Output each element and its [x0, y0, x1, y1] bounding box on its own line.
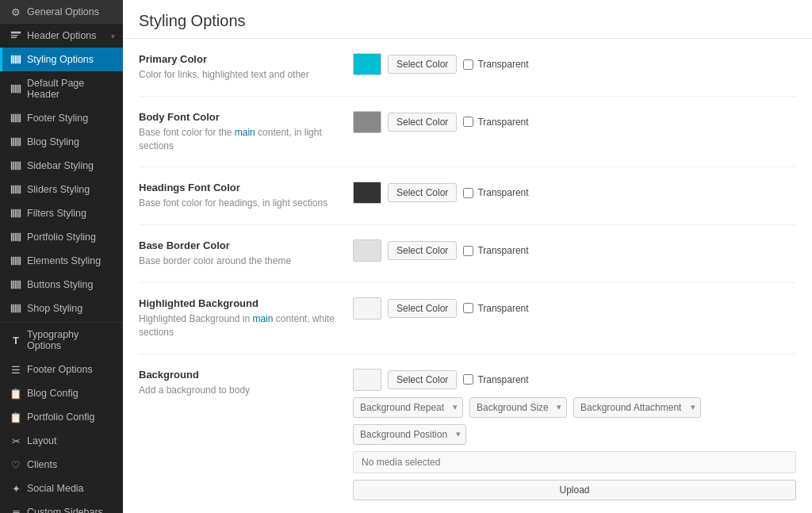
svg-rect-43: [11, 257, 13, 266]
sidebar-item-filters-styling[interactable]: Filters Styling: [0, 201, 123, 225]
svg-rect-56: [17, 304, 19, 313]
background-repeat-wrapper: Background Repeat no-repeat repeat repea…: [353, 397, 463, 418]
sidebar-item-sliders-styling[interactable]: Sliders Styling: [0, 178, 123, 201]
upload-button[interactable]: Upload: [353, 480, 796, 500]
main-content: Styling Options Primary Color Color for …: [123, 0, 812, 513]
page-title: Styling Options: [139, 12, 796, 30]
sidebar-item-blog-styling[interactable]: Blog Styling: [0, 130, 123, 154]
sidebar-item-label: Portfolio Config: [27, 412, 115, 423]
highlighted-background-row-control: Select Color Transparent: [353, 297, 796, 320]
base-border-color-select-button[interactable]: Select Color: [388, 241, 457, 260]
sidebar-item-label: Blog Styling: [27, 136, 115, 147]
svg-rect-39: [13, 233, 15, 242]
svg-rect-47: [19, 257, 21, 266]
background-position-row: Background Position center center top le…: [353, 424, 796, 445]
background-repeat-select[interactable]: Background Repeat no-repeat repeat repea…: [353, 397, 463, 418]
sidebar-item-custom-sidebars[interactable]: ≣ Custom Sidebars: [0, 500, 123, 513]
svg-rect-42: [19, 233, 21, 242]
base-border-color-transparent-checkbox[interactable]: [463, 246, 473, 256]
background-size-select[interactable]: Background Size auto cover contain: [469, 397, 567, 418]
headings-font-color-swatch[interactable]: [353, 182, 381, 204]
sidebar-item-footer-styling[interactable]: Footer Styling: [0, 106, 123, 130]
sidebar-item-blog-config[interactable]: 📋 Blog Config: [0, 381, 123, 405]
svg-rect-8: [11, 85, 13, 94]
background-color-row: Select Color Transparent: [353, 369, 796, 391]
sidebar-item-portfolio-config[interactable]: 📋 Portfolio Config: [0, 405, 123, 429]
svg-rect-27: [19, 162, 21, 170]
highlighted-background-transparent: Transparent: [463, 303, 528, 314]
background-title: Background: [139, 369, 337, 381]
body-font-color-select-button[interactable]: Select Color: [388, 113, 457, 132]
background-attachment-select[interactable]: Background Attachment scroll fixed local: [573, 397, 701, 418]
svg-rect-26: [17, 162, 19, 170]
background-select-button[interactable]: Select Color: [388, 370, 457, 389]
sidebar-item-label: Custom Sidebars: [27, 507, 115, 513]
sidebar-item-footer-options[interactable]: ☰ Footer Options: [0, 358, 123, 381]
options-icon: ☰: [10, 364, 21, 375]
highlighted-background-select-button[interactable]: Select Color: [388, 299, 457, 318]
social-icon: ✦: [10, 483, 21, 494]
svg-rect-35: [15, 209, 17, 218]
sidebar-item-layout[interactable]: ✂ Layout: [0, 429, 123, 453]
sidebar-item-label: Shop Styling: [27, 303, 115, 314]
sidebar-item-shop-styling[interactable]: Shop Styling: [0, 297, 123, 320]
content-area: Primary Color Color for links, highlight…: [123, 39, 812, 513]
background-transparent-checkbox[interactable]: [463, 374, 473, 385]
headings-font-color-transparent-label: Transparent: [477, 187, 528, 198]
sidebar-item-buttons-styling[interactable]: Buttons Styling: [0, 273, 123, 297]
media-input[interactable]: [353, 451, 796, 473]
svg-rect-1: [11, 35, 18, 36]
svg-rect-48: [11, 281, 13, 289]
sidebar-item-social-media[interactable]: ✦ Social Media: [0, 477, 123, 500]
svg-rect-15: [15, 114, 17, 123]
background-position-wrapper: Background Position center center top le…: [353, 424, 466, 445]
sidebar-item-portfolio-styling[interactable]: Portfolio Styling: [0, 225, 123, 249]
svg-rect-18: [11, 138, 13, 147]
bars-icon-9: [10, 255, 21, 266]
config-icon-2: 📋: [10, 412, 21, 423]
svg-rect-16: [17, 114, 19, 123]
sidebar-item-label: Elements Styling: [27, 255, 115, 266]
sidebar-item-general-options[interactable]: ⚙ General Options: [0, 0, 123, 24]
sidebar-item-styling-options[interactable]: Styling Options: [0, 48, 123, 71]
svg-rect-32: [19, 186, 21, 194]
highlighted-background-swatch[interactable]: [353, 297, 381, 320]
sidebar-item-label: Default Page Header: [27, 78, 115, 100]
headings-font-color-title: Headings Font Color: [139, 182, 337, 193]
headings-font-color-row-control: Select Color Transparent: [353, 182, 796, 204]
background-position-select[interactable]: Background Position center center top le…: [353, 424, 466, 445]
svg-rect-24: [13, 162, 15, 170]
bars-icon-8: [10, 232, 21, 243]
headings-font-color-transparent-checkbox[interactable]: [463, 188, 473, 198]
main-header: Styling Options: [123, 0, 812, 39]
bars-icon-6: [10, 184, 21, 195]
body-font-color-row-control: Select Color Transparent: [353, 111, 796, 133]
sidebar-item-label: Styling Options: [27, 54, 115, 65]
primary-color-transparent-checkbox[interactable]: [463, 59, 473, 70]
svg-rect-3: [11, 56, 13, 64]
svg-rect-36: [17, 209, 19, 218]
bars-icon-10: [10, 279, 21, 290]
highlighted-background-control: Select Color Transparent: [353, 297, 796, 320]
bars-icon-11: [10, 303, 21, 314]
svg-rect-22: [19, 138, 21, 147]
primary-color-swatch[interactable]: [353, 53, 381, 75]
sidebar-item-typography-options[interactable]: T Typography Options: [0, 322, 123, 358]
body-font-color-transparent-checkbox[interactable]: [463, 117, 473, 127]
body-font-color-swatch[interactable]: [353, 111, 381, 133]
sidebar-item-clients[interactable]: ♡ Clients: [0, 453, 123, 477]
headings-font-color-select-button[interactable]: Select Color: [388, 183, 457, 202]
highlighted-background-transparent-checkbox[interactable]: [463, 303, 473, 313]
sidebar-item-default-page-header[interactable]: Default Page Header: [0, 71, 123, 106]
base-border-color-transparent: Transparent: [463, 245, 528, 256]
primary-color-select-button[interactable]: Select Color: [388, 55, 457, 74]
base-border-color-swatch[interactable]: [353, 239, 381, 262]
sidebar-item-elements-styling[interactable]: Elements Styling: [0, 249, 123, 273]
sidebar-item-sidebar-styling[interactable]: Sidebar Styling: [0, 154, 123, 178]
body-font-color-control: Select Color Transparent: [353, 111, 796, 133]
svg-rect-53: [11, 304, 13, 313]
background-color-swatch[interactable]: [353, 369, 381, 391]
body-font-color-transparent-label: Transparent: [477, 117, 528, 128]
background-transparent-label: Transparent: [477, 374, 528, 385]
sidebar-item-header-options[interactable]: Header Options ▾: [0, 24, 123, 48]
